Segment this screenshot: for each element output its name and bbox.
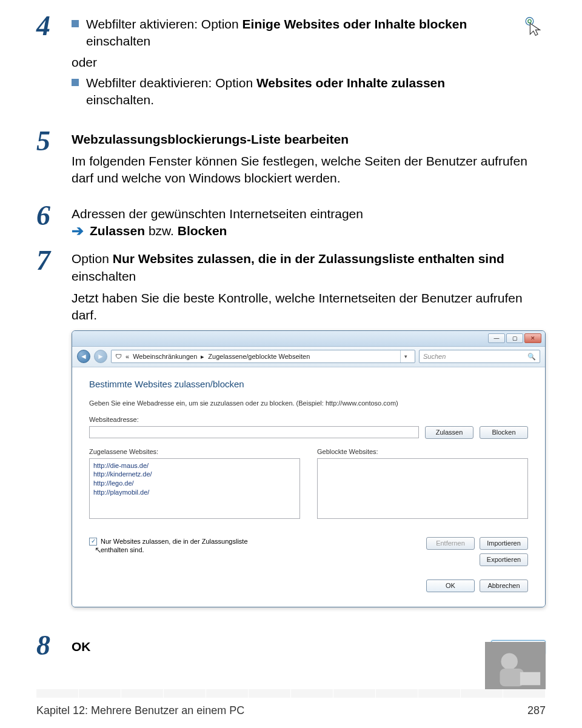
list-item[interactable]: http://die-maus.de/ (93, 461, 296, 470)
text-bold: Zulassen (90, 224, 145, 238)
minimize-button[interactable]: — (488, 333, 505, 343)
text: Webfilter aktivieren: Option (86, 17, 242, 31)
text: einschalten (72, 269, 136, 283)
list-item[interactable]: http://kindernetz.de/ (93, 470, 296, 479)
breadcrumb-icon: 🛡 (115, 352, 122, 361)
cancel-button[interactable]: Abbrechen (480, 579, 528, 592)
step-5-text: Im folgenden Fenster können Sie festlege… (72, 153, 546, 187)
step-number: 5 (36, 127, 61, 187)
maximize-button[interactable]: ▢ (506, 333, 523, 343)
step-6-body: Adressen der gewünschten Internetseiten … (72, 202, 546, 240)
step-6-line-2: Zulassen bzw. Blocken (90, 222, 227, 239)
text: einschalten (86, 34, 150, 48)
step-number: 6 (36, 202, 61, 240)
address-label: Websiteadresse: (89, 415, 528, 424)
cursor-click-icon (521, 12, 546, 113)
block-button[interactable]: Blocken (480, 426, 528, 439)
checkbox-label: Nur Websites zulassen, die in der Zulass… (101, 538, 248, 554)
step-number: 7 (36, 247, 61, 607)
allowed-label: Zugelassene Websites: (89, 447, 300, 456)
allow-button[interactable]: Zulassen (425, 426, 473, 439)
only-allow-checkbox-row[interactable]: ✓ Nur Websites zulassen, die in der Zula… (89, 537, 271, 555)
breadcrumb-chevron-icon: « (125, 352, 129, 361)
screenshot-window: — ▢ ✕ ◄ ► 🛡 « Webeinschränkungen ▸ Zugel… (72, 330, 546, 607)
chapter-thumbnail-image (485, 642, 546, 690)
window-navbar: ◄ ► 🛡 « Webeinschränkungen ▸ Zugelassene… (72, 347, 545, 367)
step-6: 6 Adressen der gewünschten Internetseite… (36, 202, 546, 240)
content-heading: Bestimmte Websites zulassen/blocken (89, 378, 528, 390)
step-4: 4 Webfilter aktivieren: Option Einige We… (36, 12, 546, 113)
blocked-sites-listbox[interactable] (317, 458, 528, 519)
remove-button[interactable]: Entfernen (426, 537, 475, 550)
search-icon: 🔍 (527, 352, 536, 361)
blocked-label: Geblockte Websites: (317, 447, 528, 456)
page-footer: Kapitel 12: Mehrere Benutzer an einem PC… (36, 704, 546, 717)
step-7-body: Option Nur Websites zulassen, die in der… (72, 247, 546, 607)
search-placeholder: Suchen (423, 352, 446, 361)
text-bold: Blocken (178, 224, 227, 238)
window-titlebar: — ▢ ✕ (72, 331, 545, 347)
search-input[interactable]: Suchen 🔍 (419, 350, 540, 363)
step-4-oder: oder (72, 54, 510, 71)
breadcrumb-item[interactable]: Zugelassene/geblockte Webseiten (208, 352, 310, 361)
step-7-text: Jetzt haben Sie die beste Kontrolle, wel… (72, 290, 546, 324)
ok-button[interactable]: OK (426, 579, 475, 592)
close-button[interactable]: ✕ (524, 333, 541, 343)
text: Option (72, 252, 113, 265)
breadcrumb-item[interactable]: Webeinschränkungen (133, 352, 197, 361)
footer-page-number: 287 (527, 704, 546, 717)
step-8: 8 OK OK (36, 632, 546, 660)
square-bullet-icon (72, 20, 79, 27)
chevron-down-icon[interactable]: ▾ (400, 350, 411, 362)
text: Webfilter deaktivieren: Option (86, 76, 256, 90)
svg-rect-4 (500, 669, 524, 686)
window-content: Bestimmte Websites zulassen/blocken Gebe… (72, 367, 545, 607)
nav-back-button[interactable]: ◄ (77, 350, 90, 363)
svg-point-1 (528, 19, 531, 22)
text-bold: Nur Websites zulassen, die in der Zulass… (113, 252, 504, 265)
step-4-body: Webfilter aktivieren: Option Einige Webs… (72, 12, 510, 113)
step-7: 7 Option Nur Websites zulassen, die in d… (36, 247, 546, 607)
chevron-right-icon: ▸ (201, 352, 204, 361)
step-4-line-1: Webfilter aktivieren: Option Einige Webs… (86, 16, 510, 50)
svg-point-0 (526, 18, 534, 25)
content-intro: Geben Sie eine Webadresse ein, um sie zu… (89, 399, 528, 408)
text: bzw. (145, 224, 178, 238)
step-6-line-1: Adressen der gewünschten Internetseiten … (72, 205, 546, 222)
step-7-line-1: Option Nur Websites zulassen, die in der… (72, 250, 546, 285)
square-bullet-icon (72, 79, 79, 86)
import-button[interactable]: Importieren (480, 537, 528, 550)
step-5-heading: Webzulassungsblockierungs-Liste bearbeit… (72, 131, 546, 148)
step-8-body: OK OK (72, 632, 546, 660)
footer-tab-bar (36, 689, 546, 698)
nav-forward-button[interactable]: ► (94, 350, 107, 363)
website-address-input[interactable] (89, 426, 419, 438)
export-button[interactable]: Exportieren (480, 553, 528, 566)
footer-chapter: Kapitel 12: Mehrere Benutzer an einem PC (36, 704, 244, 717)
step-5: 5 Webzulassungsblockierungs-Liste bearbe… (36, 127, 546, 187)
list-item[interactable]: http://playmobil.de/ (93, 488, 296, 497)
step-5-body: Webzulassungsblockierungs-Liste bearbeit… (72, 127, 546, 187)
list-item[interactable]: http://lego.de/ (93, 479, 296, 488)
breadcrumb[interactable]: 🛡 « Webeinschränkungen ▸ Zugelassene/geb… (111, 350, 415, 363)
text-bold: Einige Websites oder Inhalte blocken (242, 17, 467, 31)
step-8-label: OK (72, 638, 467, 655)
step-number: 8 (36, 632, 61, 660)
allowed-sites-listbox[interactable]: http://die-maus.de/ http://kindernetz.de… (89, 458, 300, 519)
text-bold: Websites oder Inhalte zulassen (256, 76, 445, 90)
step-number: 4 (36, 12, 61, 113)
cursor-icon: ↖ (95, 544, 102, 556)
svg-rect-5 (520, 672, 540, 686)
step-4-line-2: Webfilter deaktivieren: Option Websites … (86, 75, 510, 109)
svg-point-3 (501, 653, 517, 669)
arrow-bullet-icon: ➔ (72, 224, 86, 238)
text: einschalten. (86, 93, 154, 107)
